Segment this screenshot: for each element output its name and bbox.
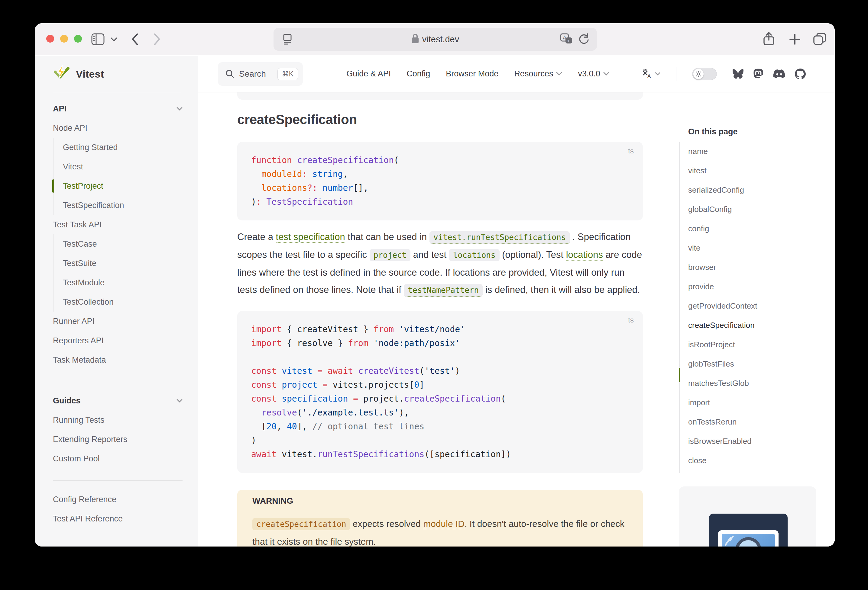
warning-callout: WARNING createSpecification expects reso… (237, 490, 643, 546)
sidebar-item-testcase[interactable]: TestCase (63, 234, 183, 254)
toc-item-isbrowserenabled[interactable]: isBrowserEnabled (688, 431, 824, 451)
toc-item-provide[interactable]: provide (688, 277, 824, 296)
sidebar-item-label: Runner API (53, 317, 94, 326)
nav-link-browser-mode[interactable]: Browser Mode (446, 69, 498, 78)
nav-link-v3-0-0[interactable]: v3.0.0 (578, 69, 609, 78)
inline-code-link[interactable]: testNamePattern (404, 284, 483, 297)
inline-code-link[interactable]: vitest.runTestSpecifications (430, 231, 570, 244)
sidebar-toggle-icon[interactable] (91, 32, 105, 46)
browser-window: vitest.dev A x (35, 23, 835, 546)
sidebar-item-task-metadata[interactable]: Task Metadata (53, 350, 183, 369)
mastodon-icon[interactable] (753, 69, 763, 79)
sidebar-divider (53, 93, 181, 93)
sidebar-item-testspecification[interactable]: TestSpecification (63, 196, 183, 215)
text-run: Create a (237, 232, 276, 242)
on-this-page-toc: On this page namevitestserializedConfigg… (679, 126, 824, 470)
nav-link-config[interactable]: Config (406, 69, 430, 78)
forward-button[interactable] (153, 33, 161, 46)
toc-item-getprovidedcontext[interactable]: getProvidedContext (688, 296, 824, 316)
toc-item-vitest[interactable]: vitest (688, 161, 824, 180)
warning-title: WARNING (252, 496, 628, 506)
search-icon (225, 69, 234, 79)
zoom-window-button[interactable] (74, 35, 82, 43)
text-run: is defined, then it will also be applied… (483, 284, 640, 295)
sidebar-item-testproject[interactable]: TestProject (63, 177, 183, 196)
nav-link-resources[interactable]: Resources (514, 69, 562, 78)
toc-item-createspecification[interactable]: createSpecification (688, 316, 824, 335)
nav-link-guide-api[interactable]: Guide & API (346, 69, 391, 78)
sidebar-item-custom-pool[interactable]: Custom Pool (53, 449, 183, 468)
sidebar-item-running-tests[interactable]: Running Tests (53, 410, 183, 430)
toc-item-matchestestglob[interactable]: matchesTestGlob (688, 374, 824, 393)
inline-link[interactable]: module ID (423, 519, 465, 529)
toc-item-ontestsrerun[interactable]: onTestsRerun (688, 412, 824, 431)
sidebar-item-label: Node API (53, 124, 87, 133)
toolbar-chevron-down-icon[interactable] (110, 37, 118, 42)
toc-item-import[interactable]: import (688, 393, 824, 412)
toc-item-name[interactable]: name (688, 141, 824, 161)
share-icon[interactable] (763, 32, 775, 46)
new-tab-icon[interactable] (788, 33, 801, 46)
sidebar-item-testcollection[interactable]: TestCollection (63, 292, 183, 312)
docs-sidebar: Vitest APINode APIGetting StartedVitestT… (35, 56, 198, 546)
discord-icon[interactable] (773, 69, 785, 79)
page-scroll-area[interactable]: createSpecification ts function createSp… (198, 93, 835, 546)
doc-content: createSpecification ts function createSp… (237, 93, 643, 546)
sidebar-item-extending-reporters[interactable]: Extending Reporters (53, 430, 183, 449)
reader-view-icon[interactable] (281, 33, 294, 47)
toc-item-config[interactable]: config (688, 219, 824, 238)
search-button[interactable]: Search ⌘K (218, 62, 303, 86)
back-button[interactable] (131, 33, 139, 46)
sidebar-item-getting-started[interactable]: Getting Started (63, 138, 183, 157)
address-bar[interactable]: vitest.dev A x (273, 28, 597, 51)
text-run: (optional). Test (500, 249, 566, 260)
sidebar-item-config-reference[interactable]: Config Reference (53, 490, 183, 509)
toc-item-close[interactable]: close (688, 451, 824, 470)
sidebar-item-test-task-api[interactable]: Test Task API (53, 215, 183, 234)
sidebar-item-reporters-api[interactable]: Reporters API (53, 331, 183, 350)
text-run: and test (410, 249, 449, 260)
sidebar-item-testmodule[interactable]: TestModule (63, 273, 183, 292)
sidebar-group-header-api[interactable]: API (53, 99, 183, 118)
top-navbar: Search ⌘K Guide & APIConfigBrowser ModeR… (198, 56, 835, 93)
browser-toolbar: vitest.dev A x (35, 23, 835, 55)
sidebar-item-testsuite[interactable]: TestSuite (63, 254, 183, 273)
sponsor-ad-card[interactable]: </> (679, 486, 816, 546)
toc-item-vite[interactable]: vite (688, 238, 824, 257)
toc-item-globalconfig[interactable]: globalConfig (688, 200, 824, 219)
toc-item-globtestfiles[interactable]: globTestFiles (688, 354, 824, 374)
code-line: [20, 40], // optional test lines (251, 420, 629, 434)
bluesky-icon[interactable] (732, 69, 744, 79)
toc-item-isrootproject[interactable]: isRootProject (688, 335, 824, 354)
tab-overview-icon[interactable] (813, 32, 827, 46)
close-window-button[interactable] (46, 35, 54, 43)
sidebar-item-label: Reporters API (53, 336, 104, 346)
code-language-tag: ts (628, 147, 634, 155)
sidebar-item-test-api-reference[interactable]: Test API Reference (53, 509, 183, 528)
language-menu[interactable]: A (641, 69, 660, 79)
svg-text:A: A (647, 74, 651, 79)
github-icon[interactable] (795, 69, 806, 79)
code-line: import { resolve } from 'node:path/posix… (251, 336, 629, 350)
theme-toggle[interactable] (692, 68, 717, 80)
code-line: locations?: number[], (251, 181, 629, 195)
sidebar-group-label: Guides (53, 396, 81, 406)
minimize-window-button[interactable] (60, 35, 68, 43)
toc-title: On this page (679, 126, 824, 137)
sidebar-group-header-guides[interactable]: Guides (53, 391, 183, 410)
toc-item-serializedconfig[interactable]: serializedConfig (688, 180, 824, 200)
inline-link[interactable]: locations (566, 249, 603, 260)
reload-icon[interactable] (578, 33, 590, 47)
code-line: await vitest.runTestSpecifications([spec… (251, 447, 629, 461)
site-logo[interactable]: Vitest (53, 65, 104, 83)
sidebar-item-runner-api[interactable]: Runner API (53, 312, 183, 331)
sidebar-divider (53, 382, 183, 382)
code-line: const project = vitest.projects[0] (251, 378, 629, 392)
sidebar-item-node-api[interactable]: Node API (53, 118, 183, 138)
sidebar-item-vitest[interactable]: Vitest (63, 157, 183, 177)
body-paragraph: Create a test specification that can be … (237, 228, 643, 299)
toc-item-browser[interactable]: browser (688, 257, 824, 277)
inline-link[interactable]: test specification (276, 232, 345, 243)
translate-icon[interactable]: A x (560, 33, 573, 47)
toc-rail (679, 142, 680, 473)
